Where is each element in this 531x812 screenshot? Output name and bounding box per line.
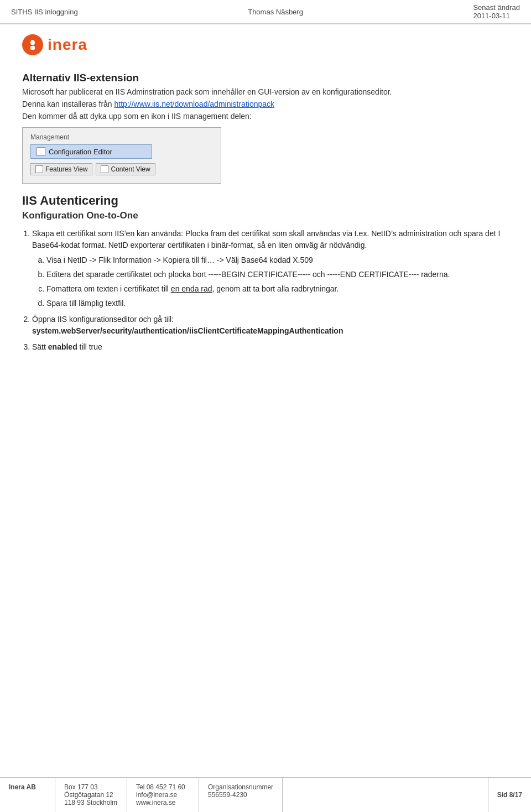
features-view-label: Features View [45, 165, 87, 173]
footer-company: Inera AB [0, 778, 55, 812]
footer-org: Organisationsnummer 556559-4230 [199, 778, 283, 812]
header-date: Senast ändrad 2011-03-11 [473, 3, 520, 20]
step-1b: Editera det sparade certifikatet och plo… [46, 269, 509, 280]
header-author: Thomas Näsberg [248, 8, 303, 16]
alt-iis-section: Alternativ IIS-extension Microsoft har p… [22, 72, 509, 184]
alt-iis-heading: Alternativ IIS-extension [22, 72, 509, 84]
svg-rect-1 [30, 46, 35, 50]
logo-icon [22, 34, 43, 55]
step-1: Skapa ett certifikat som IIS’en kan anvä… [32, 228, 509, 309]
footer: Inera AB Box 177 03 Östgötagatan 12 118 … [0, 777, 531, 812]
iis-group-label: Management [30, 133, 213, 141]
underline-phrase: en enda rad [171, 284, 212, 293]
footer-email: info@inera.se [136, 791, 177, 799]
footer-web: www.inera.se [136, 799, 175, 806]
svg-point-0 [30, 40, 35, 45]
header-title: SITHS IIS inloggning [11, 8, 78, 16]
content-view-label: Content View [111, 165, 150, 173]
logo-inera: inera [22, 34, 509, 55]
konfig-heading: Konfiguration One-to-One [22, 210, 509, 221]
footer-contact: Tel 08 452 71 60 info@inera.se www.inera… [127, 778, 199, 812]
step-2-text: Öppna IIS konfigurationseditor och gå ti… [32, 315, 343, 335]
step-1c: Fomattera om texten i certifikatet till … [46, 283, 509, 295]
footer-page: Sid 8/17 [488, 778, 531, 812]
main-content: Alternativ IIS-extension Microsoft har p… [0, 61, 531, 369]
step-2: Öppna IIS konfigurationseditor och gå ti… [32, 314, 509, 337]
iis-screenshot: Management Configuration Editor Features… [22, 127, 221, 184]
content-view-icon [101, 165, 108, 173]
footer-inner: Inera AB Box 177 03 Östgötagatan 12 118 … [0, 778, 531, 812]
iis-auth-heading: IIS Autenticering [22, 194, 509, 208]
features-view-icon [35, 165, 43, 173]
config-editor-label: Configuration Editor [49, 148, 112, 156]
config-editor-icon [37, 147, 45, 156]
footer-box: Box 177 03 [64, 783, 98, 791]
step-1-text: Skapa ett certifikat som IIS’en kan anvä… [32, 229, 500, 249]
header-bar: SITHS IIS inloggning Thomas Näsberg Sena… [0, 0, 531, 24]
step-2-path: system.webServer/security/authentication… [32, 326, 343, 335]
step-3-enabled: enabled [48, 342, 77, 351]
footer-company-name: Inera AB [9, 783, 36, 791]
features-view-tab: Features View [30, 163, 92, 175]
logo-area: inera [0, 24, 531, 61]
step-3-text: Sätt enabled till true [32, 342, 102, 351]
step-3: Sätt enabled till true [32, 341, 509, 353]
footer-tel: Tel 08 452 71 60 [136, 783, 185, 791]
step-1a: Visa i NetID -> Flik Information -> Kopi… [46, 254, 509, 266]
logo-text: inera [48, 36, 87, 54]
footer-org-number: 556559-4230 [208, 791, 247, 799]
alt-iis-para1: Microsoft har publicerat en IIS Adminstr… [22, 87, 509, 96]
footer-org-label: Organisationsnummer [208, 783, 273, 791]
content-view-tab: Content View [96, 163, 155, 175]
steps-list: Skapa ett certifikat som IIS’en kan anvä… [32, 228, 509, 353]
footer-address: Box 177 03 Östgötagatan 12 118 93 Stockh… [55, 778, 127, 812]
footer-city: 118 93 Stockholm [64, 799, 117, 806]
footer-street: Östgötagatan 12 [64, 791, 113, 799]
iis-config-editor-item: Configuration Editor [30, 144, 152, 159]
step-1d: Spara till lämplig textfil. [46, 298, 509, 309]
iis-link[interactable]: http://www.iis.net/download/administrati… [114, 100, 274, 108]
step-1-subitems: Visa i NetID -> Flik Information -> Kopi… [46, 254, 509, 309]
alt-iis-para2: Denna kan installeras från http://www.ii… [22, 100, 509, 108]
alt-iis-para3: Den kommer då att dyka upp som en ikon i… [22, 112, 509, 121]
iis-tabs: Features View Content View [30, 163, 213, 175]
